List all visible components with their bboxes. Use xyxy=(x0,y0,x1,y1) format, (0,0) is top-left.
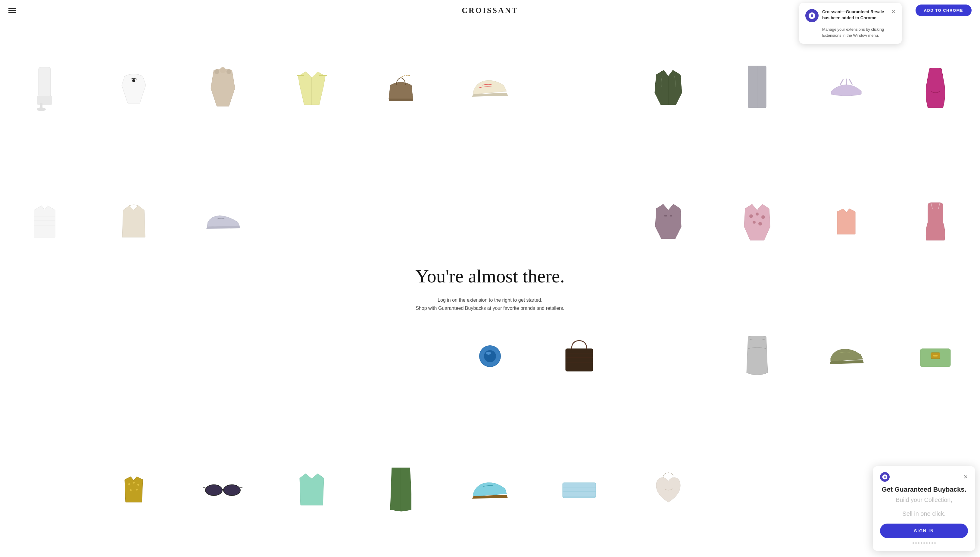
product-olive-sneaker xyxy=(828,346,864,367)
product-green-pants xyxy=(390,467,411,513)
product-cell xyxy=(356,423,445,557)
svg-point-34 xyxy=(128,483,130,485)
main-heading: You're almost there. xyxy=(415,266,565,286)
product-cell xyxy=(624,289,713,423)
product-boot xyxy=(33,64,57,112)
ext-dot-4 xyxy=(921,542,922,544)
croissant-notif-icon xyxy=(806,9,819,22)
ext-subline1: Build your Collection, xyxy=(880,496,968,504)
product-sneaker xyxy=(470,76,510,100)
svg-point-38 xyxy=(136,489,138,490)
ext-dot-3 xyxy=(918,542,920,544)
product-cell xyxy=(0,21,89,155)
product-scarf xyxy=(561,477,597,504)
product-silver-flats xyxy=(205,213,241,231)
product-cell xyxy=(802,155,891,289)
product-mint-sweater xyxy=(295,472,328,508)
product-cell xyxy=(891,155,980,289)
product-cell xyxy=(89,155,178,289)
product-blouse xyxy=(119,70,149,106)
product-cell xyxy=(356,21,445,155)
sign-in-button[interactable]: SIGN IN xyxy=(880,524,968,538)
hamburger-menu[interactable] xyxy=(8,8,16,13)
product-sandal xyxy=(828,76,864,100)
product-fur-coat xyxy=(208,67,238,109)
add-to-chrome-button[interactable]: ADD TO CHROME xyxy=(916,5,972,16)
product-pink-top xyxy=(831,207,861,237)
product-cell xyxy=(178,289,267,423)
product-green-clutch xyxy=(919,344,952,368)
ext-dot-6 xyxy=(926,542,928,544)
product-cell xyxy=(624,155,713,289)
ext-dot-2 xyxy=(915,542,917,544)
product-cell xyxy=(0,155,89,289)
product-cell xyxy=(802,289,891,423)
svg-point-3 xyxy=(37,107,46,111)
svg-point-37 xyxy=(130,489,132,491)
product-yellow-shirt xyxy=(295,70,328,106)
notification-popup: Croissant—Guaranteed Resale has been add… xyxy=(799,3,902,44)
notif-header: Croissant—Guaranteed Resale has been add… xyxy=(806,9,896,22)
croissant-logo-icon xyxy=(808,12,816,20)
svg-rect-30 xyxy=(566,349,593,371)
product-beige-sweater xyxy=(119,204,149,240)
product-ring xyxy=(476,343,504,370)
svg-point-35 xyxy=(133,482,135,484)
product-cell xyxy=(0,289,89,423)
svg-rect-10 xyxy=(319,75,327,76)
ext-dot-5 xyxy=(923,542,925,544)
product-pink-dress xyxy=(923,201,947,243)
ext-close-button[interactable]: ✕ xyxy=(964,474,968,480)
products-canvas: You're almost there. Log in on the exten… xyxy=(0,21,980,557)
center-text-area: You're almost there. Log in on the exten… xyxy=(403,254,577,324)
ext-logo-icon xyxy=(880,472,890,482)
ext-dot-7 xyxy=(929,542,930,544)
product-heart-bag xyxy=(653,472,683,508)
product-cell xyxy=(178,155,267,289)
svg-point-22 xyxy=(761,215,765,219)
product-teal-sneaker xyxy=(470,478,510,502)
product-sequin-top xyxy=(120,475,147,505)
product-cell xyxy=(267,21,356,155)
product-cell xyxy=(445,423,535,557)
svg-point-23 xyxy=(753,221,756,224)
product-cell xyxy=(267,289,356,423)
main-subtext-line2: Shop with Guaranteed Buybacks at your fa… xyxy=(415,304,565,312)
svg-point-29 xyxy=(486,352,491,355)
product-tote-bag xyxy=(563,338,596,374)
product-cell xyxy=(891,289,980,423)
svg-point-40 xyxy=(223,485,240,495)
main-content: You're almost there. Log in on the exten… xyxy=(0,0,980,557)
site-logo: CROISSANT xyxy=(462,6,518,15)
notif-close-button[interactable]: ✕ xyxy=(891,9,896,15)
product-cell xyxy=(891,21,980,155)
svg-point-39 xyxy=(205,485,222,495)
product-cell xyxy=(713,21,802,155)
product-cell xyxy=(89,423,178,557)
product-cell xyxy=(178,423,267,557)
product-cell xyxy=(535,423,624,557)
svg-point-21 xyxy=(756,213,759,216)
product-cell xyxy=(89,289,178,423)
product-leather-jacket xyxy=(652,68,685,108)
product-cell xyxy=(713,289,802,423)
product-cell xyxy=(445,21,535,155)
extension-popup: ✕ Get Guaranteed Buybacks. Build your Co… xyxy=(873,466,975,551)
product-magenta-dress xyxy=(922,67,949,109)
svg-point-4 xyxy=(132,79,135,82)
svg-point-24 xyxy=(758,222,762,225)
svg-rect-45 xyxy=(563,483,596,498)
svg-rect-11 xyxy=(389,99,413,101)
product-cell xyxy=(0,423,89,557)
svg-rect-33 xyxy=(933,355,938,357)
ext-popup-header: ✕ xyxy=(880,472,968,482)
svg-rect-9 xyxy=(297,75,304,76)
product-cell xyxy=(267,423,356,557)
svg-point-7 xyxy=(227,69,231,74)
product-wrap-skirt xyxy=(745,334,769,379)
product-cell xyxy=(535,21,624,155)
svg-rect-19 xyxy=(670,215,672,217)
product-lace-top xyxy=(29,204,60,240)
svg-point-36 xyxy=(137,484,139,485)
product-cell xyxy=(624,21,713,155)
